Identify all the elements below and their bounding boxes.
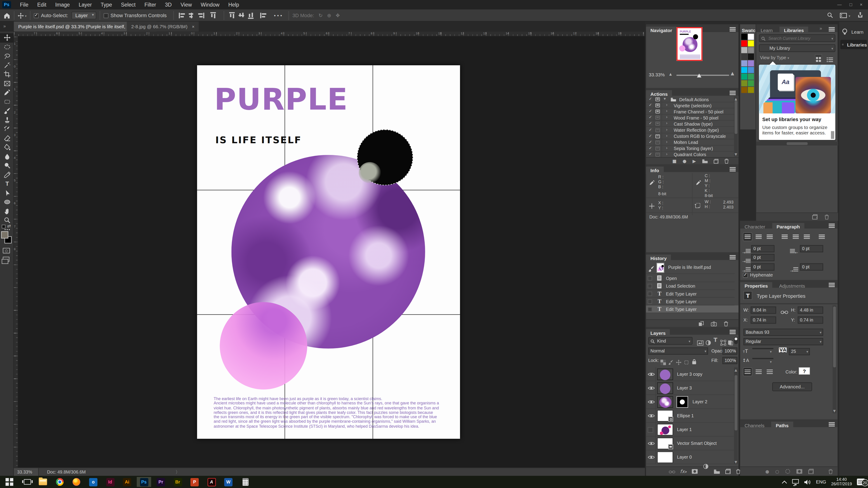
path-mask-icon[interactable] — [796, 466, 803, 476]
taskbar-outlook[interactable]: o — [86, 477, 101, 487]
libraries-hscroll[interactable] — [756, 142, 838, 145]
navigator-zoom-value[interactable]: 33.33% — [649, 72, 665, 77]
font-size-field[interactable] — [752, 348, 773, 349]
tab-character[interactable]: Character — [740, 223, 770, 231]
clock[interactable]: 14:4026/07/2019 — [831, 477, 852, 487]
prop-w-field[interactable]: 8.04 in — [751, 306, 776, 314]
navigator-zoom-slider[interactable] — [677, 75, 729, 76]
menu-help[interactable]: Help — [224, 0, 243, 9]
action-row[interactable]: ✓›Sepia Toning (layer) — [646, 145, 735, 152]
eye-icon[interactable] — [648, 372, 655, 378]
history-state-row[interactable]: TEdit Type Layer — [646, 290, 735, 297]
network-icon[interactable] — [792, 479, 799, 484]
action-row[interactable]: ✓›Cast Shadow (type) — [646, 121, 735, 127]
tab-close-icon[interactable]: × — [192, 24, 194, 29]
actions-scrollbar[interactable]: ▲▼ — [734, 96, 738, 157]
align-center-button[interactable] — [754, 232, 764, 241]
prop-align-center-button[interactable] — [754, 367, 764, 376]
view-by-type-dropdown[interactable]: View by Type ▾ — [760, 55, 789, 60]
path-selection-icon[interactable] — [785, 466, 790, 476]
play-icon[interactable]: ▶ — [692, 159, 696, 164]
swatch-color[interactable] — [741, 80, 747, 86]
menu-window[interactable]: Window — [196, 0, 224, 9]
layer-row-layer-1[interactable]: Layer 1 — [646, 423, 735, 436]
taskbar-photoshop[interactable]: Ps — [137, 477, 151, 487]
link-layers-icon[interactable] — [669, 466, 675, 476]
stop-playing-icon[interactable]: ■ — [672, 159, 677, 164]
rail-learn-button[interactable]: Learn — [841, 28, 863, 36]
align-horizontal-centers-icon[interactable] — [188, 12, 195, 19]
menu-filter[interactable]: Filter — [140, 0, 160, 9]
panel-menu-icon[interactable] — [829, 422, 835, 423]
eye-icon[interactable] — [648, 413, 655, 419]
paint-bucket-tool-icon[interactable] — [0, 143, 14, 152]
delete-path-icon[interactable] — [828, 466, 833, 476]
history-snapshot-row[interactable]: Purple is life itself.psd — [646, 262, 735, 274]
indent-first-line-field[interactable]: 0 pt — [751, 254, 774, 261]
panel-menu-icon[interactable] — [829, 223, 835, 224]
history-brush-source-icon[interactable] — [648, 265, 655, 274]
align-right-edges-icon[interactable] — [197, 12, 204, 19]
layer-style-icon[interactable]: fx▾ — [680, 468, 686, 474]
history-brush-tool-icon[interactable] — [0, 125, 14, 133]
poster-canvas[interactable]: PURPLE IS LIFE ITSELF The earliest life … — [197, 65, 460, 439]
ellipse-tool-icon[interactable] — [0, 197, 14, 206]
tab-paths[interactable]: Paths — [771, 422, 793, 429]
blur-tool-icon[interactable] — [0, 152, 14, 161]
panel-menu-icon[interactable] — [829, 283, 835, 284]
add-mask-icon[interactable] — [691, 466, 698, 476]
swatch-color[interactable] — [748, 87, 754, 93]
promo-scrollbar[interactable] — [831, 131, 834, 139]
layer-name[interactable]: Layer 2 — [692, 399, 707, 404]
lock-transparent-icon[interactable] — [660, 357, 666, 367]
menu-select[interactable]: Select — [116, 0, 140, 9]
crop-tool-icon[interactable] — [0, 70, 14, 79]
zoom-in-icon[interactable]: ▲ — [731, 71, 734, 76]
indent-left-field[interactable]: 0 pt — [751, 245, 774, 252]
layer-row-vector-smart-object[interactable]: Vector Smart Object — [646, 436, 735, 450]
library-search-input[interactable] — [767, 35, 825, 41]
taskbar-chrome[interactable] — [52, 477, 67, 487]
move-tool-preset-icon[interactable]: ▾ — [18, 12, 26, 19]
leading-field[interactable] — [752, 358, 773, 359]
stroke-path-icon[interactable]: ○ — [775, 469, 779, 474]
panel-menu-icon[interactable] — [730, 255, 736, 256]
swatch-color[interactable] — [741, 87, 747, 93]
new-layer-icon[interactable] — [725, 466, 731, 476]
canvas-viewport[interactable]: PURPLE IS LIFE ITSELF The earliest life … — [18, 37, 645, 468]
justify-last-left-button[interactable] — [780, 232, 789, 241]
taskbar-bridge[interactable]: Br — [170, 477, 185, 487]
grid-view-icon[interactable] — [815, 54, 822, 61]
new-path-icon[interactable] — [808, 466, 813, 476]
vertical-ruler[interactable]: 1012345678 — [14, 37, 18, 468]
space-before-field[interactable]: 0 pt — [751, 263, 774, 271]
toolbar-collapse-arrows[interactable]: » — [3, 24, 6, 29]
menu-3d[interactable]: 3D — [160, 0, 176, 9]
swatch-color[interactable] — [748, 40, 754, 46]
hyphenate-checkbox[interactable] — [743, 273, 748, 278]
snapshot-thumbnail[interactable] — [656, 263, 664, 273]
share-icon[interactable] — [857, 11, 864, 19]
taskbar-acrobat[interactable]: A — [204, 477, 219, 487]
swatch-color[interactable] — [741, 47, 747, 53]
close-button[interactable]: × — [860, 2, 862, 7]
screen-mode-icon[interactable] — [3, 257, 9, 262]
action-row[interactable]: ✓›Molten Lead — [646, 139, 735, 145]
more-align-options[interactable]: ••• — [274, 13, 283, 18]
lock-all-icon[interactable] — [691, 357, 697, 367]
tab-info[interactable]: Info — [646, 166, 663, 174]
rail-libraries-button[interactable]: Libraries — [840, 40, 867, 49]
status-options-chevron[interactable]: 〉 — [176, 468, 180, 477]
action-row[interactable]: ✓›Custom RGB to Grayscale — [646, 133, 735, 139]
justify-last-center-button[interactable] — [791, 232, 801, 241]
layer-row-ellipse-1[interactable]: Ellipse 1 — [646, 409, 735, 423]
justify-all-button[interactable] — [817, 232, 827, 241]
fill-path-icon[interactable]: ● — [765, 469, 769, 474]
lock-position-icon[interactable] — [676, 357, 681, 367]
taskbar-word[interactable]: W — [221, 477, 236, 487]
tab-history[interactable]: History — [646, 255, 671, 262]
opacity-field[interactable]: 100% — [722, 348, 737, 355]
action-row[interactable]: ✓›Water Reflection (type) — [646, 127, 735, 133]
minimize-button[interactable]: — — [837, 2, 842, 7]
filter-smart-objects-icon[interactable] — [727, 338, 734, 348]
